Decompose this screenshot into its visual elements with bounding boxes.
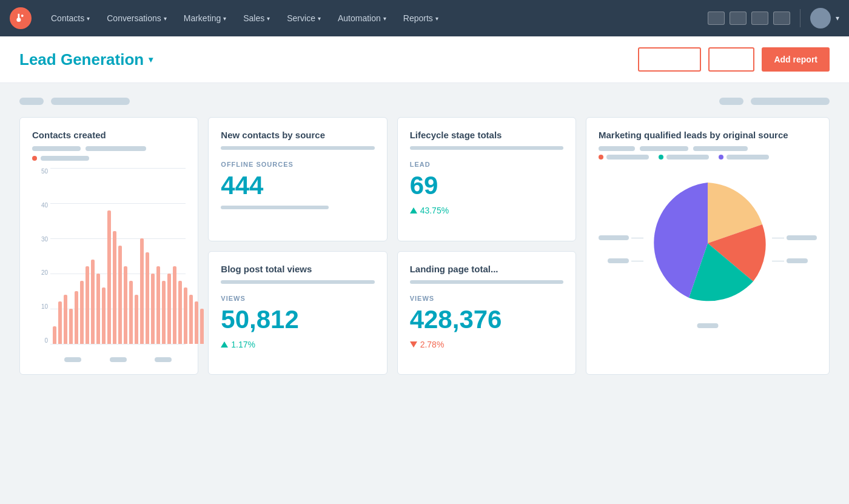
card-subtitle-pill-2: [86, 146, 146, 151]
page-actions: Add report: [638, 47, 830, 72]
new-contacts-title: New contacts by source: [221, 130, 374, 140]
legend-text-2: [666, 155, 709, 160]
lifecycle-value: 69: [410, 173, 563, 198]
new-contacts-bar: [221, 206, 328, 209]
lifecycle-subtitle: [410, 146, 563, 150]
hubspot-logo[interactable]: [10, 7, 32, 29]
nav-item-conversations[interactable]: Conversations ▾: [99, 8, 174, 28]
nav-grid-btn-4[interactable]: [773, 12, 790, 25]
mql-legend: [599, 155, 817, 160]
lifecycle-change: 43.75%: [410, 206, 563, 215]
page-title-chevron: ▾: [149, 55, 153, 64]
chart-bar: [107, 210, 111, 344]
chart-bar: [58, 301, 62, 344]
cards-grid: Contacts created 50 40 30 20 10 0: [19, 117, 830, 375]
chart-bar: [53, 326, 56, 344]
chart-bar: [102, 287, 106, 344]
new-contacts-source-label: OFFLINE SOURCES: [221, 161, 374, 168]
blog-views-change: 1.17%: [221, 340, 374, 349]
mql-title: Marketing qualified leads by original so…: [599, 130, 817, 140]
legend-dot: [32, 156, 37, 161]
avatar[interactable]: [810, 8, 831, 29]
pie-left-labels: [599, 235, 643, 263]
svg-point-1: [21, 15, 24, 17]
legend-dot-red: [599, 155, 603, 160]
chart-bar: [129, 281, 133, 344]
contacts-created-title: Contacts created: [32, 130, 186, 140]
chevron-down-icon: ▾: [318, 15, 321, 22]
legend-text-1: [606, 155, 649, 160]
chart-bar: [135, 295, 138, 344]
x-axis: [50, 357, 186, 362]
chart-bar: [124, 266, 127, 344]
bar-chart-area: 50 40 30 20 10 0: [32, 168, 186, 362]
pie-area: [599, 164, 817, 334]
nav-grid-btn-1[interactable]: [708, 12, 725, 25]
landing-page-title: Landing page total...: [410, 264, 563, 274]
chart-bar: [156, 266, 160, 344]
legend-dot-purple: [719, 155, 723, 160]
nav-item-automation[interactable]: Automation ▾: [331, 8, 394, 28]
filter-pill-3: [719, 98, 743, 105]
page-title[interactable]: Lead Generation ▾: [19, 50, 153, 69]
nav-item-contacts[interactable]: Contacts ▾: [44, 8, 97, 28]
nav-item-reports[interactable]: Reports ▾: [396, 8, 446, 28]
landing-page-subtitle: [410, 280, 563, 284]
nav-grid-btn-3[interactable]: [751, 12, 768, 25]
nav-grid-btn-2[interactable]: [730, 12, 747, 25]
chart-bar: [178, 281, 182, 344]
landing-page-stat-label: VIEWS: [410, 295, 563, 302]
chart-bar: [96, 274, 100, 344]
nav-item-marketing[interactable]: Marketing ▾: [176, 8, 233, 28]
new-contacts-value: 444: [221, 173, 374, 198]
action-btn-1[interactable]: [638, 47, 701, 72]
mql-card: Marketing qualified leads by original so…: [586, 117, 830, 375]
pie-chart-svg: [647, 183, 768, 304]
avatar-chevron[interactable]: ▾: [836, 14, 839, 22]
blog-views-title: Blog post total views: [221, 264, 374, 274]
chart-bar: [173, 266, 176, 344]
lifecycle-card: Lifecycle stage totals LEAD 69 43.75%: [397, 117, 576, 241]
chart-bar: [75, 291, 78, 344]
nav-right: ▾: [708, 8, 839, 29]
blog-views-card: Blog post total views VIEWS 50,812 1.17%: [208, 251, 387, 375]
chart-bar: [86, 266, 89, 344]
toolbar-left: [19, 98, 130, 105]
blog-views-value: 50,812: [221, 307, 374, 332]
chart-bar: [167, 274, 171, 344]
nav-item-service[interactable]: Service ▾: [280, 8, 328, 28]
chevron-down-icon: ▾: [164, 15, 167, 22]
chart-bar: [140, 238, 144, 344]
legend-text-3: [727, 155, 769, 160]
nav-item-sales[interactable]: Sales ▾: [236, 8, 277, 28]
y-axis-labels: 50 40 30 20 10 0: [32, 168, 50, 344]
chart-bar: [189, 295, 193, 344]
lifecycle-stage-label: LEAD: [410, 161, 563, 168]
legend-label: [41, 156, 89, 161]
contacts-created-card: Contacts created 50 40 30 20 10 0: [19, 117, 198, 375]
blog-views-subtitle: [221, 280, 374, 284]
legend-dot-teal: [659, 155, 663, 160]
action-btn-2[interactable]: [708, 47, 754, 72]
blog-views-stat-label: VIEWS: [221, 295, 374, 302]
landing-page-card: Landing page total... VIEWS 428,376 2.78…: [397, 251, 576, 375]
trend-down-icon-landing: [410, 341, 417, 348]
chart-bar: [200, 309, 204, 344]
chevron-down-icon: ▾: [435, 15, 438, 22]
chart-bar: [91, 260, 95, 344]
trend-up-icon: [410, 207, 417, 213]
card-subtitle-pill-1: [32, 146, 81, 151]
new-contacts-subtitle: [221, 146, 374, 150]
chevron-down-icon: ▾: [87, 15, 90, 22]
chart-bar: [146, 252, 149, 344]
chart-bar: [162, 281, 166, 344]
trend-up-icon-blog: [221, 341, 228, 348]
bars-container: [50, 168, 186, 344]
new-contacts-card: New contacts by source OFFLINE SOURCES 4…: [208, 117, 387, 241]
add-report-button[interactable]: Add report: [762, 47, 830, 72]
chart-bar: [80, 281, 84, 344]
filter-pill-1: [19, 98, 44, 105]
page-header: Lead Generation ▾ Add report: [0, 36, 849, 83]
chart-bar: [195, 301, 198, 344]
mql-subtitle-bar: [599, 146, 817, 151]
